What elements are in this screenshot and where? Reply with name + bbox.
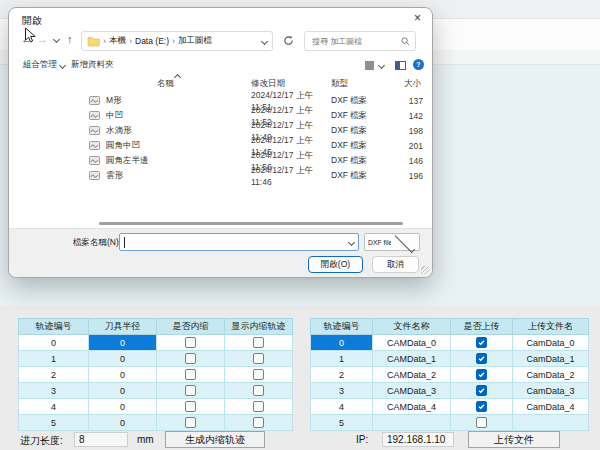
- preview-pane-icon[interactable]: [395, 61, 406, 70]
- column-header-type[interactable]: 類型: [331, 78, 348, 90]
- refresh-icon[interactable]: [283, 35, 294, 46]
- shrink-checkbox-cell[interactable]: [157, 383, 225, 399]
- view-mode-icon[interactable]: [365, 61, 374, 70]
- file-name-cell[interactable]: CAMData_3: [373, 383, 451, 399]
- track-id-cell[interactable]: 4: [19, 399, 89, 415]
- checkbox-unchecked[interactable]: [253, 337, 264, 348]
- track-id-cell[interactable]: 0: [19, 335, 89, 351]
- upload-name-cell[interactable]: CamData_1: [513, 351, 589, 367]
- track-id-cell[interactable]: 4: [311, 399, 373, 415]
- help-icon[interactable]: ?: [413, 59, 424, 70]
- ip-address-input[interactable]: [382, 432, 454, 447]
- show-track-checkbox-cell[interactable]: [225, 367, 293, 383]
- upload-name-cell[interactable]: CamData_0: [513, 335, 589, 351]
- breadcrumb-item-drive[interactable]: Data (E:): [135, 36, 169, 46]
- checkbox-unchecked[interactable]: [253, 369, 264, 380]
- show-track-checkbox-cell[interactable]: [225, 383, 293, 399]
- track-id-cell[interactable]: 1: [19, 351, 89, 367]
- checkbox-unchecked[interactable]: [253, 401, 264, 412]
- new-folder-button[interactable]: 新增資料夾: [71, 59, 114, 71]
- organize-menu[interactable]: 組合管理: [23, 59, 65, 71]
- show-track-checkbox-cell[interactable]: [225, 399, 293, 415]
- column-header-name[interactable]: 名稱: [157, 78, 174, 90]
- file-name-cell[interactable]: [373, 415, 451, 431]
- checkbox-checked[interactable]: [476, 369, 487, 380]
- shrink-checkbox-cell[interactable]: [157, 399, 225, 415]
- tool-radius-cell[interactable]: 0: [89, 335, 157, 351]
- track-id-cell[interactable]: 5: [311, 415, 373, 431]
- open-button[interactable]: 開啟(O): [308, 256, 363, 273]
- tool-radius-cell[interactable]: 0: [89, 351, 157, 367]
- close-icon[interactable]: ×: [414, 12, 421, 24]
- generate-inner-track-button[interactable]: 生成内缩轨迹: [165, 431, 265, 448]
- checkbox-unchecked[interactable]: [185, 401, 196, 412]
- cancel-button[interactable]: 取消: [372, 256, 419, 273]
- tool-radius-cell[interactable]: 0: [89, 415, 157, 431]
- checkbox-unchecked[interactable]: [185, 417, 196, 428]
- show-track-checkbox-cell[interactable]: [225, 351, 293, 367]
- tool-radius-cell[interactable]: 0: [89, 367, 157, 383]
- upload-name-cell[interactable]: CamData_4: [513, 399, 589, 415]
- view-mode-chevron-icon[interactable]: [378, 62, 385, 69]
- file-name-cell[interactable]: CAMData_4: [373, 399, 451, 415]
- checkbox-unchecked[interactable]: [185, 385, 196, 396]
- upload-checkbox-cell[interactable]: [451, 351, 513, 367]
- breadcrumb[interactable]: › 本機 › Data (E:) › 加工圖檔: [81, 31, 273, 51]
- checkbox-unchecked[interactable]: [253, 385, 264, 396]
- checkbox-checked[interactable]: [476, 385, 487, 396]
- show-track-checkbox-cell[interactable]: [225, 335, 293, 351]
- track-id-cell[interactable]: 1: [311, 351, 373, 367]
- address-dropdown-chevron-icon[interactable]: [261, 37, 268, 44]
- upload-name-cell[interactable]: CamData_3: [513, 383, 589, 399]
- track-id-cell[interactable]: 2: [19, 367, 89, 383]
- checkbox-checked[interactable]: [476, 401, 487, 412]
- breadcrumb-item-this-pc[interactable]: 本機: [109, 35, 126, 47]
- upload-checkbox-cell[interactable]: [451, 335, 513, 351]
- checkbox-unchecked[interactable]: [476, 417, 487, 428]
- track-id-cell[interactable]: 2: [311, 367, 373, 383]
- upload-checkbox-cell[interactable]: [451, 415, 513, 431]
- column-header-size[interactable]: 大小: [397, 78, 421, 90]
- shrink-checkbox-cell[interactable]: [157, 415, 225, 431]
- file-type-filter-select[interactable]: DXF files(*.DXF): [364, 233, 420, 251]
- shrink-checkbox-cell[interactable]: [157, 367, 225, 383]
- shrink-checkbox-cell[interactable]: [157, 335, 225, 351]
- resize-grip[interactable]: [421, 266, 429, 274]
- upload-checkbox-cell[interactable]: [451, 383, 513, 399]
- breadcrumb-item-folder[interactable]: 加工圖檔: [178, 35, 212, 47]
- checkbox-checked[interactable]: [476, 353, 487, 364]
- track-id-cell[interactable]: 3: [19, 383, 89, 399]
- upload-name-cell[interactable]: CamData_2: [513, 367, 589, 383]
- shrink-checkbox-cell[interactable]: [157, 351, 225, 367]
- file-name-cell[interactable]: CAMData_1: [373, 351, 451, 367]
- checkbox-unchecked[interactable]: [185, 353, 196, 364]
- tool-radius-cell[interactable]: 0: [89, 399, 157, 415]
- tool-radius-cell[interactable]: 0: [89, 383, 157, 399]
- recent-locations-chevron-icon[interactable]: [53, 36, 60, 43]
- filename-combo[interactable]: [119, 233, 359, 251]
- file-name-cell[interactable]: CAMData_2: [373, 367, 451, 383]
- file-row[interactable]: 雲形2024/12/17 上午 11:46DXF 檔案196: [89, 168, 427, 183]
- track-id-cell[interactable]: 0: [311, 335, 373, 351]
- file-name-cell[interactable]: CAMData_0: [373, 335, 451, 351]
- horizontal-scrollbar[interactable]: [99, 222, 403, 225]
- track-id-cell[interactable]: 3: [311, 383, 373, 399]
- search-input[interactable]: [310, 36, 401, 47]
- checkbox-unchecked[interactable]: [185, 337, 196, 348]
- feed-length-input[interactable]: [74, 432, 128, 447]
- up-icon[interactable]: ↑: [67, 34, 73, 45]
- show-track-checkbox-cell[interactable]: [225, 415, 293, 431]
- upload-file-button[interactable]: 上传文件: [468, 431, 560, 448]
- filename-dropdown-chevron-icon[interactable]: [348, 238, 355, 245]
- checkbox-unchecked[interactable]: [253, 353, 264, 364]
- checkbox-unchecked[interactable]: [185, 369, 196, 380]
- upload-checkbox-cell[interactable]: [451, 367, 513, 383]
- checkbox-checked[interactable]: [476, 337, 487, 348]
- filename-input[interactable]: [125, 236, 349, 248]
- column-header-modified[interactable]: 修改日期: [251, 78, 285, 90]
- upload-checkbox-cell[interactable]: [451, 399, 513, 415]
- track-id-cell[interactable]: 5: [19, 415, 89, 431]
- search-box[interactable]: [304, 31, 416, 51]
- checkbox-unchecked[interactable]: [253, 417, 264, 428]
- upload-name-cell[interactable]: [513, 415, 589, 431]
